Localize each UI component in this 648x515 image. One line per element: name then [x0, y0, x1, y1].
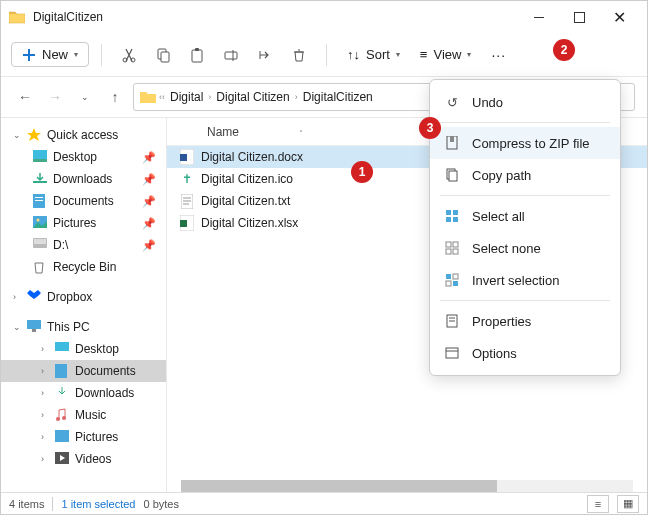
menu-select-none[interactable]: Select none [430, 232, 620, 264]
chevron-down-icon: ▾ [467, 50, 471, 59]
select-all-icon [444, 208, 460, 224]
svg-rect-4 [192, 50, 202, 62]
annotation-badge-1: 1 [351, 161, 373, 183]
menu-properties[interactable]: Properties [430, 305, 620, 337]
sidebar-recycle[interactable]: Recycle Bin [1, 256, 166, 278]
delete-button[interactable] [284, 40, 314, 70]
sidebar-quick-access[interactable]: ⌄Quick access [1, 124, 166, 146]
svg-rect-38 [446, 242, 451, 247]
status-selected: 1 item selected [61, 498, 135, 510]
svg-rect-33 [449, 171, 457, 181]
svg-rect-17 [27, 320, 41, 329]
sidebar-downloads[interactable]: Downloads📌 [1, 168, 166, 190]
svg-rect-41 [453, 249, 458, 254]
view-icon: ≡ [420, 47, 428, 62]
pin-icon: 📌 [142, 151, 156, 164]
cut-button[interactable] [114, 40, 144, 70]
plus-icon [22, 48, 36, 62]
pin-icon: 📌 [142, 217, 156, 230]
sidebar-documents-pc[interactable]: ›Documents [1, 360, 166, 382]
sidebar-desktop-pc[interactable]: ›Desktop [1, 338, 166, 360]
svg-rect-35 [453, 210, 458, 215]
sidebar-dropbox[interactable]: ›Dropbox [1, 286, 166, 308]
svg-point-22 [62, 416, 66, 420]
breadcrumb[interactable]: DigitalCitizen [301, 90, 375, 104]
menu-select-all[interactable]: Select all [430, 200, 620, 232]
nav-up[interactable]: ↑ [103, 89, 127, 105]
thumbnails-view-button[interactable]: ▦ [617, 495, 639, 513]
sidebar-documents[interactable]: Documents📌 [1, 190, 166, 212]
menu-undo[interactable]: ↺Undo [430, 86, 620, 118]
nav-back[interactable]: ← [13, 89, 37, 105]
sort-button[interactable]: ↑↓ Sort ▾ [339, 43, 408, 66]
title-bar: DigitalCitizen ✕ [1, 1, 647, 33]
svg-point-21 [56, 417, 60, 421]
breadcrumb[interactable]: Digital [168, 90, 205, 104]
close-button[interactable]: ✕ [599, 3, 639, 31]
view-button[interactable]: ≡ View ▾ [412, 43, 480, 66]
svg-rect-42 [446, 274, 451, 279]
status-bar: 4 items 1 item selected 0 bytes ≡ ▦ [1, 492, 647, 514]
sidebar-desktop[interactable]: Desktop📌 [1, 146, 166, 168]
context-menu: ↺Undo Compress to ZIP file Copy path Sel… [429, 79, 621, 376]
folder-icon [9, 10, 25, 24]
svg-rect-29 [180, 220, 187, 227]
svg-point-14 [37, 219, 40, 222]
svg-rect-45 [453, 281, 458, 286]
svg-rect-16 [34, 239, 46, 244]
sidebar: ⌄Quick access Desktop📌 Downloads📌 Docume… [1, 118, 167, 493]
sidebar-this-pc[interactable]: ⌄This PC [1, 316, 166, 338]
svg-rect-5 [195, 48, 199, 51]
folder-icon [140, 90, 156, 104]
svg-rect-40 [446, 249, 451, 254]
pin-icon: 📌 [142, 239, 156, 252]
menu-options[interactable]: Options [430, 337, 620, 369]
sidebar-d-drive[interactable]: D:\📌 [1, 234, 166, 256]
sort-icon: ↑↓ [347, 47, 360, 62]
chevron-down-icon: ▾ [74, 50, 78, 59]
svg-rect-36 [446, 217, 451, 222]
breadcrumb[interactable]: Digital Citizen [214, 90, 291, 104]
menu-compress-zip[interactable]: Compress to ZIP file [430, 127, 620, 159]
select-none-icon [444, 240, 460, 256]
svg-rect-47 [446, 348, 458, 358]
svg-rect-6 [225, 52, 237, 59]
paste-button[interactable] [182, 40, 212, 70]
window-title: DigitalCitizen [33, 10, 519, 24]
undo-icon: ↺ [444, 94, 460, 110]
svg-rect-19 [55, 342, 69, 351]
svg-rect-37 [453, 217, 458, 222]
svg-rect-7 [33, 150, 47, 159]
ico-icon: ✝ [179, 171, 195, 187]
sidebar-music[interactable]: ›Music [1, 404, 166, 426]
sidebar-pictures-pc[interactable]: ›Pictures [1, 426, 166, 448]
pin-icon: 📌 [142, 173, 156, 186]
sidebar-downloads-pc[interactable]: ›Downloads [1, 382, 166, 404]
sidebar-videos[interactable]: ›Videos [1, 448, 166, 470]
svg-rect-31 [450, 136, 454, 142]
svg-rect-18 [32, 329, 36, 332]
zip-icon [444, 135, 460, 151]
copy-button[interactable] [148, 40, 178, 70]
maximize-button[interactable] [559, 3, 599, 31]
horizontal-scrollbar[interactable] [181, 480, 633, 492]
more-button[interactable]: ··· [483, 43, 514, 67]
svg-rect-43 [453, 274, 458, 279]
status-size: 0 bytes [143, 498, 178, 510]
svg-rect-23 [55, 430, 69, 442]
share-button[interactable] [250, 40, 280, 70]
sidebar-pictures[interactable]: Pictures📌 [1, 212, 166, 234]
menu-invert-selection[interactable]: Invert selection [430, 264, 620, 296]
nav-recent[interactable]: ⌄ [73, 92, 97, 102]
svg-rect-26 [180, 154, 187, 161]
properties-icon [444, 313, 460, 329]
chevron-down-icon: ▾ [396, 50, 400, 59]
menu-copy-path[interactable]: Copy path [430, 159, 620, 191]
rename-button[interactable] [216, 40, 246, 70]
nav-forward[interactable]: → [43, 89, 67, 105]
status-item-count: 4 items [9, 498, 44, 510]
invert-icon [444, 272, 460, 288]
minimize-button[interactable] [519, 3, 559, 31]
new-button[interactable]: New ▾ [11, 42, 89, 67]
details-view-button[interactable]: ≡ [587, 495, 609, 513]
